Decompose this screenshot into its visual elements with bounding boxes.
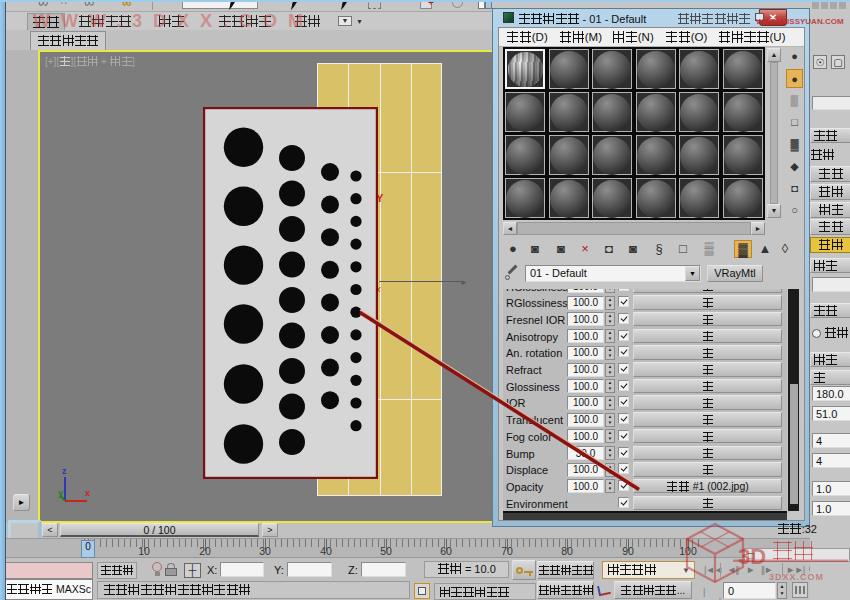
svg-text:y: y [58,488,63,498]
svg-text:x: x [85,488,90,498]
svg-text:z: z [62,466,67,476]
